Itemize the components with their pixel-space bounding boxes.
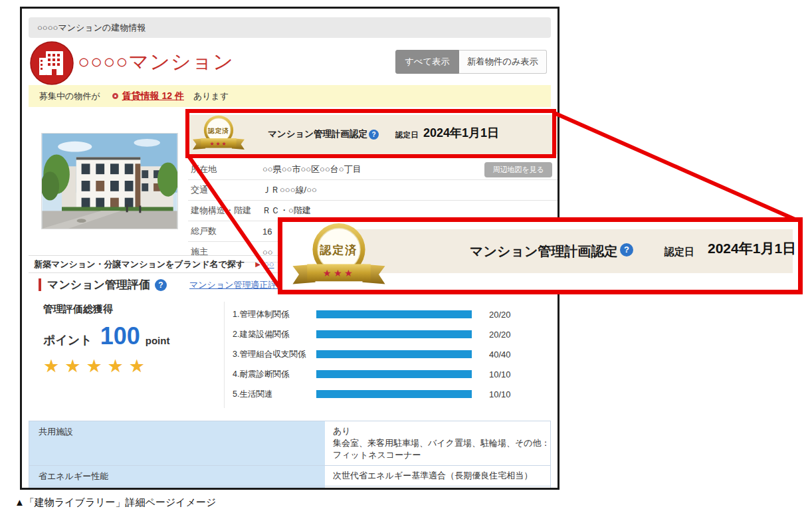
evaluation-section-header: マンション管理評価 ? マンション管理適正評価 — [39, 277, 286, 292]
evaluation-title: マンション管理評価 — [47, 277, 150, 292]
breadcrumb-text: ○○○○マンションの建物情報 — [37, 23, 146, 33]
rating-stars: ★★★★★ — [43, 356, 221, 377]
chart-value-label: 10/10 — [489, 369, 511, 379]
evaluation-bar-chart: 1.管理体制関係 20/20 2.建築設備関係 20/20 3.管理組合収支関係… — [224, 302, 547, 408]
building-icon — [30, 41, 74, 85]
point-unit: point — [146, 335, 170, 346]
callout-line-right — [553, 112, 799, 221]
total-score-block: 管理評価総獲得 ポイント 100 point ★★★★★ — [43, 303, 221, 377]
bar-track — [316, 350, 472, 358]
bar-track — [316, 390, 472, 398]
table-row: 所在地 ○○県○○市○○区○○台○丁目 周辺地図を見る — [188, 159, 558, 180]
vacancy-notice: 募集中の物件が 賃貸情報 12 件 あります — [29, 85, 551, 107]
table-row: 省エネルギー性能 次世代省エネルギー基準適合（長期優良住宅相当） — [29, 466, 550, 486]
figure-caption: ▲「建物ライブラリー」詳細ページイメージ — [15, 496, 216, 509]
row-value: ○○県○○市○○区○○台○丁目 — [254, 163, 361, 175]
chart-row: 3.管理組合収支関係 40/40 — [233, 344, 547, 364]
display-toggle: すべて表示 新着物件のみ表示 — [395, 50, 547, 74]
table-row: 交通 ＪＲ○○○線/○○ — [188, 180, 558, 201]
breadcrumb-bar: ○○○○マンションの建物情報 — [29, 17, 551, 38]
bar-fill — [316, 310, 472, 318]
certification-title: マンション管理計画認定 — [268, 128, 367, 140]
bar-fill — [316, 370, 472, 378]
facility-table: 共用施設 あり 集会室、来客用駐車場、バイク置場、駐輪場、その他：フィットネスコ… — [29, 421, 551, 490]
page-title: ○○○○マンション — [78, 49, 234, 76]
chart-row: 2.建築設備関係 20/20 — [233, 324, 547, 344]
row-label: 省エネルギー性能 — [29, 466, 325, 486]
rental-info-link[interactable]: 賃貸情報 12 件 — [122, 90, 184, 102]
evaluation-site-link[interactable]: マンション管理適正評価 — [189, 279, 286, 291]
bar-track — [316, 370, 472, 378]
table-row: 管理委託形態 管理会社委託（全部） — [29, 486, 550, 490]
brand-link[interactable]: ○○ — [264, 259, 274, 269]
total-score-label: 管理評価総獲得 — [43, 303, 221, 316]
bullet-dot-icon — [112, 93, 118, 99]
certified-badge-icon — [191, 114, 247, 155]
arrow-right-icon: ▶ — [255, 260, 260, 268]
help-icon[interactable]: ? — [369, 130, 379, 140]
chart-row: 5.生活関連 10/10 — [233, 384, 547, 404]
certification-band: マンション管理計画認定 ? 認定日 2024年1月1日 — [188, 115, 558, 154]
chart-value-label: 10/10 — [489, 389, 511, 399]
show-all-button[interactable]: すべて表示 — [395, 50, 459, 74]
chart-category-label: 4.耐震診断関係 — [233, 369, 316, 380]
bar-fill — [316, 350, 472, 358]
certification-date-label: 認定日 — [395, 130, 419, 140]
certification-date-value-large: 2024年1月1日 — [708, 239, 796, 258]
point-prefix: ポイント — [43, 332, 92, 348]
chart-category-label: 5.生活関連 — [233, 389, 316, 400]
help-icon[interactable]: ? — [155, 279, 167, 291]
certification-date-label-large: 認定日 — [664, 246, 694, 259]
brand-search-label: 新築マンション・分譲マンションをブランド名で探す — [34, 259, 245, 270]
row-value: あり 集会室、来客用駐車場、バイク置場、駐輪場、その他：フィットネスコーナー — [325, 421, 550, 465]
bar-track — [316, 310, 472, 318]
row-value: 16 — [254, 227, 272, 237]
chart-category-label: 3.管理組合収支関係 — [233, 349, 316, 360]
chart-row: 1.管理体制関係 20/20 — [233, 304, 547, 324]
row-label: 管理委託形態 — [29, 486, 325, 490]
point-value: 100 — [100, 322, 140, 350]
certified-badge-icon-large — [289, 220, 389, 294]
table-row: 共用施設 あり 集会室、来客用駐車場、バイク置場、駐輪場、その他：フィットネスコ… — [29, 421, 550, 466]
certification-title-large: マンション管理計画認定 — [470, 243, 617, 260]
notice-suffix: あります — [193, 90, 229, 102]
property-photo — [41, 133, 178, 229]
value-line: 集会室、来客用駐車場、バイク置場、駐輪場、その他：フィットネスコーナー — [333, 437, 550, 461]
bar-track — [316, 330, 472, 338]
chart-value-label: 40/40 — [489, 350, 511, 360]
row-value: ＪＲ○○○線/○○ — [254, 184, 317, 196]
area-map-button[interactable]: 周辺地図を見る — [484, 162, 552, 177]
row-label: 総戸数 — [188, 225, 254, 237]
chart-category-label: 1.管理体制関係 — [233, 309, 316, 320]
help-icon[interactable]: ? — [620, 243, 633, 257]
row-value: 管理会社委託（全部） — [325, 486, 419, 490]
certification-date-value: 2024年1月1日 — [423, 125, 499, 141]
chart-value-label: 20/20 — [489, 330, 511, 340]
show-new-only-button[interactable]: 新着物件のみ表示 — [459, 50, 547, 74]
bar-fill — [316, 330, 472, 338]
row-label: 建物構造・階建 — [188, 205, 254, 217]
chart-category-label: 2.建築設備関係 — [233, 329, 316, 340]
row-value: 次世代省エネルギー基準適合（長期優良住宅相当） — [325, 466, 532, 486]
certification-zoom-callout: マンション管理計画認定 ? 認定日 2024年1月1日 — [278, 217, 803, 294]
section-accent-bar — [39, 278, 41, 291]
chart-row: 4.耐震診断関係 10/10 — [233, 364, 547, 384]
row-label: 交通 — [188, 184, 254, 196]
value-line: あり — [333, 425, 550, 437]
row-value: ＲＣ・○階建 — [254, 205, 311, 217]
notice-prefix: 募集中の物件が — [39, 90, 100, 102]
chart-value-label: 20/20 — [489, 310, 511, 320]
bar-fill — [316, 390, 472, 398]
row-label: 共用施設 — [29, 421, 325, 465]
row-label: 所在地 — [188, 163, 254, 175]
